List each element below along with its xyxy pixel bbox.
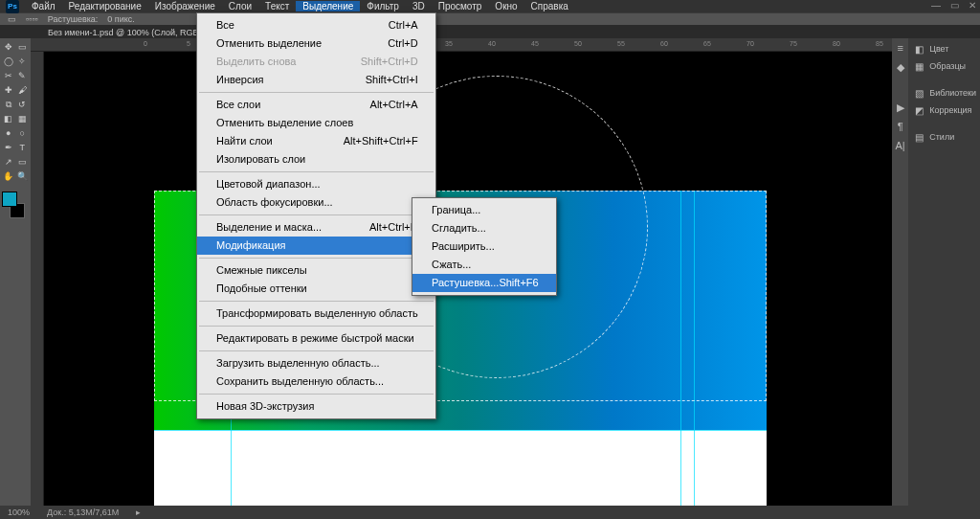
submenu-item[interactable]: Граница... [412, 201, 556, 219]
menu-item[interactable]: ВсеCtrl+A [197, 16, 435, 34]
gradient-tool[interactable]: ▦ [16, 112, 30, 125]
menu-selection: ВсеCtrl+AОтменить выделениеCtrl+DВыделит… [196, 12, 436, 419]
panel-tab-библиотеки[interactable]: ▧Библиотеки [908, 84, 980, 102]
blur-tool[interactable]: ● [2, 126, 15, 140]
menu-item[interactable]: Редактировать в режиме быстрой маски [197, 329, 435, 348]
marquee-tool[interactable]: ▭ [16, 40, 30, 54]
crop-tool[interactable]: ✂ [2, 69, 15, 82]
panel-icon: ▦ [912, 59, 925, 73]
menu-текст[interactable]: Текст [258, 1, 296, 11]
dodge-tool[interactable]: ○ [16, 126, 30, 140]
menu-item[interactable]: ИнверсияShift+Ctrl+I [197, 71, 435, 89]
properties-icon[interactable]: ◆ [893, 61, 908, 77]
menu-item[interactable]: Подобные оттенки [197, 280, 435, 298]
panel-label: Коррекция [929, 105, 971, 115]
brush-tool[interactable]: 🖌 [16, 83, 30, 97]
panel-icon: ▧ [912, 86, 925, 100]
menu-просмотр[interactable]: Просмотр [432, 1, 489, 11]
panel-label: Цвет [929, 44, 948, 54]
menu-item[interactable]: Отменить выделение слоев [197, 114, 435, 132]
maximize-icon[interactable]: ▭ [950, 0, 959, 11]
menubar: Ps ФайлРедактированиеИзображениеСлоиТекс… [0, 0, 980, 12]
zoom-tool[interactable]: 🔍 [16, 169, 30, 183]
history-brush-tool[interactable]: ↺ [16, 98, 30, 111]
play-icon[interactable]: ▶ [893, 102, 908, 117]
menu-item[interactable]: Сохранить выделенную область... [197, 372, 435, 391]
lasso-tool[interactable]: ◯ [2, 55, 15, 68]
menu-item[interactable]: Отменить выделениеCtrl+D [197, 34, 435, 53]
tools-panel: ✥▭ ◯✧ ✂✎ ✚🖌 ⧉↺ ◧▦ ●○ ✒T ↗▭ ✋🔍 [0, 38, 31, 506]
menu-item[interactable]: Смежные пикселы [197, 261, 435, 280]
status-bar: 100% Док.: 5,13M/7,61M ▸ [0, 506, 980, 519]
submenu-item[interactable]: Сжать... [412, 256, 556, 274]
doc-size: Док.: 5,13M/7,61M [47, 508, 119, 517]
panel-label: Стили [929, 132, 954, 142]
path-tool[interactable]: ↗ [2, 155, 15, 169]
menu-item[interactable]: Модификация▶ [197, 237, 435, 255]
ruler-horizontal: 051015202530354045505560657075808590 [31, 38, 892, 52]
healing-tool[interactable]: ✚ [2, 83, 15, 97]
menu-редактирование[interactable]: Редактирование [62, 1, 148, 11]
menu-справка[interactable]: Справка [524, 1, 575, 11]
pen-tool[interactable]: ✒ [2, 141, 15, 154]
menu-изображение[interactable]: Изображение [148, 1, 222, 11]
stamp-tool[interactable]: ⧉ [2, 98, 15, 111]
document-tab-bar: Без имени-1.psd @ 100% (Слой, RGB/8#) [0, 26, 980, 38]
guide-horizontal[interactable] [154, 430, 767, 431]
panel-tab-образцы[interactable]: ▦Образцы [908, 57, 980, 75]
character-icon[interactable]: A| [893, 140, 908, 155]
submenu-item[interactable]: Расширить... [412, 237, 556, 256]
feather-label: Растушевка: [48, 14, 99, 24]
menu-окно[interactable]: Окно [488, 1, 523, 11]
app-logo: Ps [6, 0, 19, 13]
panel-icon: ◩ [912, 103, 925, 117]
menu-item[interactable]: Выделение и маска...Alt+Ctrl+R [197, 218, 435, 237]
menu-item[interactable]: Загрузить выделенную область... [197, 354, 435, 372]
menu-выделение[interactable]: Выделение [296, 1, 360, 11]
panel-tab-коррекция[interactable]: ◩Коррекция [908, 102, 980, 119]
submenu-item[interactable]: Растушевка...Shift+F6 [412, 274, 556, 292]
menu-item[interactable]: Новая 3D-экструзия [197, 397, 435, 416]
menu-item[interactable]: Область фокусировки... [197, 193, 435, 212]
panel-tab-стили[interactable]: ▤Стили [908, 128, 980, 146]
menu-3d[interactable]: 3D [406, 1, 432, 11]
hand-tool[interactable]: ✋ [2, 169, 15, 183]
menu-фильтр[interactable]: Фильтр [360, 1, 406, 11]
shape-tool[interactable]: ▭ [16, 155, 30, 169]
type-tool[interactable]: T [16, 141, 30, 154]
close-icon[interactable]: ✕ [969, 0, 976, 11]
feather-value[interactable]: 0 пикс. [107, 14, 134, 24]
color-swatches[interactable] [2, 192, 29, 218]
menu-item: Выделить сноваShift+Ctrl+D [197, 53, 435, 71]
eraser-tool[interactable]: ◧ [2, 112, 15, 125]
panel-icon: ▤ [912, 130, 925, 144]
move-tool[interactable]: ✥ [2, 40, 15, 54]
submenu-modification: Граница...Сгладить...Расширить...Сжать..… [412, 197, 557, 296]
panel-label: Образцы [929, 61, 966, 71]
submenu-item[interactable]: Сгладить... [412, 219, 556, 237]
history-icon[interactable]: ≡ [893, 42, 908, 57]
right-panel-dock: ≡ ◆ ▶ ¶ A| ◧Цвет▦Образцы▧Библиотеки◩Корр… [892, 38, 980, 506]
menu-item[interactable]: Изолировать слои [197, 150, 435, 169]
foreground-color[interactable] [2, 192, 17, 207]
magic-wand-tool[interactable]: ✧ [16, 55, 30, 68]
menu-файл[interactable]: Файл [25, 1, 62, 11]
panel-tab-цвет[interactable]: ◧Цвет [908, 40, 980, 57]
menu-item[interactable]: Все слоиAlt+Ctrl+A [197, 96, 435, 114]
status-arrow-icon[interactable]: ▸ [136, 508, 141, 517]
minimize-icon[interactable]: — [931, 0, 941, 11]
ruler-vertical [31, 52, 44, 506]
window-controls: — ▭ ✕ [931, 0, 976, 11]
options-bar: ▭ ▫▫▫▫ Растушевка: 0 пикс. [0, 12, 980, 26]
marquee-tool-icon[interactable]: ▭ [8, 14, 16, 24]
menu-item[interactable]: Найти слоиAlt+Shift+Ctrl+F [197, 132, 435, 150]
eyedropper-tool[interactable]: ✎ [16, 69, 30, 82]
menu-item[interactable]: Цветовой диапазон... [197, 175, 435, 193]
panel-icon: ◧ [912, 42, 925, 56]
paragraph-icon[interactable]: ¶ [893, 121, 908, 136]
menu-слои[interactable]: Слои [222, 1, 258, 11]
selection-mode-icons[interactable]: ▫▫▫▫ [26, 14, 38, 24]
menu-item[interactable]: Трансформировать выделенную область [197, 305, 435, 323]
zoom-level[interactable]: 100% [8, 508, 30, 517]
panel-label: Библиотеки [929, 88, 976, 98]
